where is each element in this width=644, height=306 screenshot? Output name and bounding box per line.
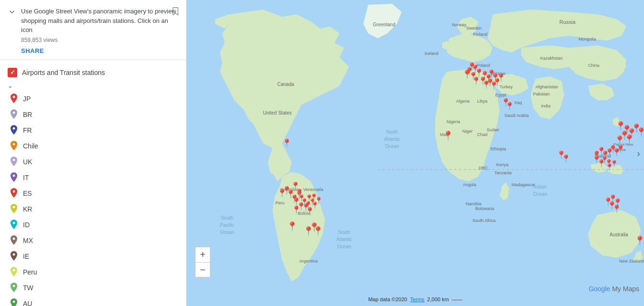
pin-icon-peru — [11, 267, 17, 278]
svg-text:📍: 📍 — [505, 102, 514, 111]
country-item-tw[interactable]: TW — [8, 280, 178, 296]
svg-text:Ocean: Ocean — [385, 144, 399, 149]
svg-text:Atlantic: Atlantic — [337, 237, 352, 242]
svg-text:Saudi Arabia: Saudi Arabia — [504, 113, 529, 118]
svg-text:📍: 📍 — [313, 226, 324, 236]
svg-text:Mongolia: Mongolia — [579, 37, 596, 42]
country-code-es: ES — [23, 190, 32, 197]
svg-text:📍: 📍 — [612, 204, 622, 213]
map-area[interactable]: Greenland Canada United States North Atl… — [186, 0, 644, 306]
country-code-br: BR — [23, 111, 32, 118]
svg-text:Argentina: Argentina — [299, 259, 318, 264]
country-code-ie: IE — [23, 253, 29, 260]
svg-text:Afghanistan: Afghanistan — [535, 84, 558, 89]
country-item-fr[interactable]: FR — [8, 123, 178, 138]
svg-text:📍: 📍 — [310, 193, 318, 201]
svg-text:Kazakhstan: Kazakhstan — [540, 56, 563, 61]
svg-text:North: North — [386, 129, 398, 135]
country-expand-row: ⌄ — [8, 80, 178, 91]
svg-text:📍: 📍 — [636, 127, 644, 137]
svg-text:Madagascar: Madagascar — [512, 182, 535, 187]
google-logo-text: Google — [589, 285, 612, 293]
svg-text:Sweden: Sweden — [466, 26, 482, 31]
svg-text:South: South — [338, 230, 350, 235]
country-item-es[interactable]: ES — [8, 186, 178, 201]
country-code-jp: JP — [23, 95, 31, 103]
layer-title: Airports and Transit stations — [22, 69, 105, 76]
country-code-peru: Peru — [23, 268, 37, 276]
zoom-in-button[interactable]: + — [195, 247, 210, 262]
svg-text:Libya: Libya — [477, 99, 488, 104]
country-item-chile[interactable]: Chile — [8, 138, 178, 154]
svg-text:Chad: Chad — [477, 132, 488, 137]
country-code-fr: FR — [23, 127, 32, 134]
pin-icon-mx — [11, 235, 17, 246]
country-item-au[interactable]: AU — [8, 296, 178, 306]
info-panel: Use Google Street View's panoramic image… — [0, 0, 186, 60]
country-code-au: AU — [23, 300, 32, 306]
svg-text:Algeria: Algeria — [456, 99, 469, 104]
map-data-copyright: Map data ©2020 — [368, 296, 407, 302]
zoom-controls: + − — [195, 247, 210, 277]
svg-text:South Africa: South Africa — [472, 218, 496, 223]
svg-text:Australia: Australia — [610, 232, 628, 237]
svg-text:Greenland: Greenland — [373, 22, 395, 27]
collapse-icon[interactable] — [8, 8, 16, 16]
country-item-it[interactable]: IT — [8, 170, 178, 186]
country-item-br[interactable]: BR — [8, 107, 178, 123]
bookmark-icon[interactable] — [172, 7, 179, 19]
views-count: 859,853 views — [8, 37, 178, 43]
svg-text:📍: 📍 — [462, 69, 473, 80]
svg-text:Nigeria: Nigeria — [447, 119, 460, 124]
country-item-uk[interactable]: UK — [8, 154, 178, 170]
country-code-uk: UK — [23, 158, 32, 166]
pin-icon-jp — [11, 94, 17, 105]
svg-text:📍: 📍 — [614, 135, 625, 146]
pin-icon-uk — [11, 157, 17, 168]
svg-text:Venezuela: Venezuela — [303, 187, 323, 192]
svg-text:📍: 📍 — [496, 73, 506, 82]
country-item-mx[interactable]: MX — [8, 233, 178, 249]
svg-text:Canada: Canada — [277, 82, 294, 87]
zoom-out-button[interactable]: − — [195, 262, 210, 277]
svg-text:Norway: Norway — [452, 22, 467, 27]
svg-text:Indian: Indian — [534, 184, 546, 190]
svg-text:📍: 📍 — [292, 205, 301, 214]
layer-checkbox[interactable] — [8, 68, 17, 77]
svg-text:Tanzania: Tanzania — [494, 170, 512, 175]
svg-text:Russia: Russia — [559, 19, 576, 25]
svg-text:Sudan: Sudan — [487, 127, 499, 132]
pin-icon-au — [11, 298, 17, 306]
svg-text:Kenya: Kenya — [496, 162, 509, 167]
nav-right-arrow[interactable]: › — [637, 148, 640, 158]
country-code-it: IT — [23, 174, 29, 181]
pin-icon-fr — [11, 125, 17, 136]
svg-text:Namibia: Namibia — [466, 201, 481, 206]
info-description: Use Google Street View's panoramic image… — [21, 7, 178, 35]
expand-chevron-icon[interactable]: ⌄ — [8, 82, 13, 89]
country-item-peru[interactable]: Peru — [8, 264, 178, 280]
world-map-svg: Greenland Canada United States North Atl… — [186, 0, 644, 306]
pin-icon-it — [11, 172, 17, 183]
country-item-id[interactable]: ID — [8, 217, 178, 233]
svg-text:📍: 📍 — [624, 134, 635, 145]
google-mymaps-logo: Google My Maps — [589, 285, 639, 293]
svg-text:Finland: Finland — [473, 32, 488, 37]
map-scale-bar: —— — [452, 296, 462, 302]
sidebar: Use Google Street View's panoramic image… — [0, 0, 186, 306]
share-button[interactable]: SHARE — [21, 47, 44, 54]
svg-text:Atlantic: Atlantic — [384, 137, 400, 142]
svg-text:📍: 📍 — [641, 240, 644, 251]
svg-text:Iceland: Iceland — [425, 51, 438, 56]
country-item-kr[interactable]: KR — [8, 201, 178, 217]
svg-text:India: India — [541, 104, 551, 108]
svg-text:Ocean: Ocean — [337, 244, 351, 249]
country-item-jp[interactable]: JP — [8, 91, 178, 107]
svg-text:📍: 📍 — [616, 145, 625, 154]
svg-text:📍: 📍 — [282, 138, 292, 148]
svg-text:Iraq: Iraq — [514, 100, 522, 105]
country-item-ie[interactable]: IE — [8, 249, 178, 264]
svg-text:Niger: Niger — [462, 129, 473, 134]
map-terms-link[interactable]: Terms — [410, 296, 425, 302]
svg-text:📍: 📍 — [471, 76, 481, 85]
